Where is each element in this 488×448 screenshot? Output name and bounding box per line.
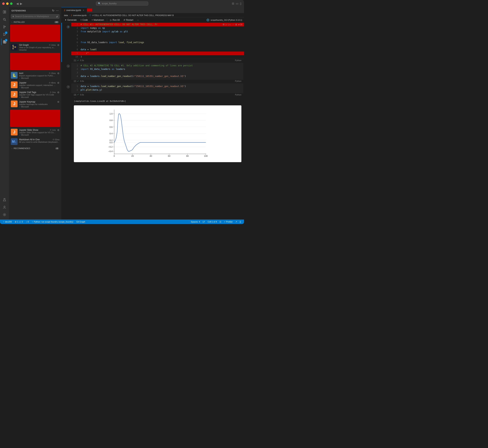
ext-gear-jupyter[interactable]: ⚙: [57, 81, 59, 84]
status-errors[interactable]: ⊘ 1 ⚠ 0: [14, 220, 24, 224]
status-cell-info[interactable]: Cell 1 of 4: [207, 221, 218, 223]
ext-info-jss: Jupyter Slide Show ⏱1ms Jupyter Slide Sh…: [19, 129, 56, 136]
search-input[interactable]: [15, 15, 55, 18]
minimize-button[interactable]: [6, 2, 8, 5]
status-sync[interactable]: ↕ 0: [25, 220, 30, 224]
status-branch[interactable]: ⑂ dev200: [2, 220, 13, 224]
ext-icon-md: M↓: [11, 138, 17, 145]
ext-gear-jct[interactable]: ⚙: [57, 91, 59, 94]
code-line-2-2: 2 import h5_data_loaders as loaders: [71, 67, 243, 71]
status-prettier[interactable]: ✓ Prettier: [223, 221, 234, 223]
tab-running[interactable]: [87, 8, 92, 12]
more-icon[interactable]: ···: [56, 9, 59, 12]
activity-search[interactable]: [1, 16, 8, 23]
status-right: Spaces: 4 LF Cell 1 of 4 ⊡ ✓ Prettier ↗ …: [190, 221, 242, 223]
cell-delete-icon[interactable]: 🗑: [235, 23, 237, 26]
ext-gear-jkm[interactable]: ⚙: [57, 101, 59, 103]
ext-banner-1: [10, 25, 60, 42]
error-icon: ⊘: [15, 221, 17, 223]
warning-icon: ⚠: [19, 221, 21, 223]
cell-3-output-toggle[interactable]: ···: [71, 96, 244, 99]
search-box[interactable]: ≡ ⊿: [11, 14, 59, 19]
sidebar-header-icons: ↻ ···: [52, 9, 59, 12]
layout-icon[interactable]: ⊟: [232, 2, 234, 5]
installed-header[interactable]: › INSTALLED 44: [9, 20, 61, 24]
breadcrumb-notebook: overview.ipynb: [73, 14, 87, 16]
verified-icon-jupyter: ✓: [19, 87, 21, 89]
status-git-graph[interactable]: Git Graph: [75, 220, 86, 224]
ext-item-markdown[interactable]: M↓ Markdown All in One ⏱53ms All you nee…: [9, 137, 61, 146]
ext-gear-isort[interactable]: ⚙: [57, 72, 59, 75]
ext-icon-jkm: J: [11, 101, 17, 107]
svg-text:80: 80: [186, 155, 189, 157]
refresh-icon[interactable]: ↻: [52, 9, 55, 12]
cell-run-above-icon[interactable]: ▷: [226, 23, 227, 26]
activity-test[interactable]: [1, 196, 8, 203]
panel-icon[interactable]: ▭: [236, 2, 238, 5]
status-braces[interactable]: {}: [239, 221, 242, 223]
svg-marker-25: [68, 26, 69, 27]
cell-3-gutter: [62, 83, 71, 89]
activity-account[interactable]: [1, 204, 8, 211]
back-icon[interactable]: ◀: [16, 2, 18, 5]
ext-gear-git-graph[interactable]: ⚙: [57, 44, 59, 47]
status-encoding[interactable]: LF: [202, 221, 206, 223]
ext-name-jss: Jupyter Slide Show: [19, 129, 38, 131]
status-bell[interactable]: ↗: [234, 221, 238, 223]
ext-banner-3: [10, 110, 60, 127]
cell-1-run-btn[interactable]: [67, 24, 70, 28]
recommended-header[interactable]: › RECOMMENDED 4: [9, 146, 61, 150]
activity-extensions[interactable]: 1: [1, 39, 8, 45]
forward-icon[interactable]: ▶: [20, 2, 22, 5]
status-outline-icon[interactable]: ⊡: [218, 221, 222, 223]
svg-marker-29: [68, 86, 69, 88]
run-all-button[interactable]: ▷ Run All: [109, 18, 121, 22]
activity-source-control[interactable]: [1, 24, 8, 30]
close-button[interactable]: [2, 2, 5, 5]
installed-label: › INSTALLED: [12, 21, 25, 23]
code-button[interactable]: + Code: [79, 18, 89, 22]
ext-item-git-graph[interactable]: Git Graph ⏱14ms View a Git Graph of your…: [9, 43, 61, 52]
sync-count: 0: [28, 221, 29, 223]
activity-run[interactable]: 1: [1, 31, 8, 38]
ext-name-jkm: Jupyter Keymap: [19, 101, 35, 103]
ext-item-jupyter-cell-tags[interactable]: J Jupyter Cell Tags ⏱2ms Jupyter Cell Ta…: [9, 90, 61, 99]
ext-name-jct: Jupyter Cell Tags: [19, 91, 36, 94]
cell-format-icon[interactable]: ⊞: [223, 23, 224, 26]
activity-explorer[interactable]: [1, 8, 8, 15]
svg-point-19: [13, 48, 14, 49]
more-button[interactable]: ···: [136, 18, 141, 22]
activity-settings[interactable]: [1, 211, 8, 218]
kernel-indicator[interactable]: scopefoundry_313 (Python 3.13.1): [207, 18, 242, 22]
status-python[interactable]: ⑂ Python: run scope foundry (scope_found…: [31, 220, 74, 224]
status-spaces[interactable]: Spaces: 4: [190, 221, 201, 223]
cell-3-run-btn[interactable]: [67, 84, 70, 89]
markdown-button[interactable]: + Markdown: [90, 18, 106, 22]
ext-item-isort[interactable]: 🐍 isort ⏱15ms Import organization suppor…: [9, 71, 61, 80]
cell-2-run-btn[interactable]: [67, 64, 70, 68]
tab-close-icon[interactable]: ×: [83, 9, 84, 12]
svg-text:60: 60: [168, 155, 171, 157]
cell-run-below-icon[interactable]: ▷↓: [229, 23, 231, 26]
ext-item-jss[interactable]: J Jupyter Slide Show ⏱1ms Jupyter Slide …: [9, 128, 61, 137]
filter-funnel-icon[interactable]: ⊿: [56, 15, 58, 18]
tab-bar: J overview.ipynb ×: [61, 7, 244, 13]
tab-overview[interactable]: J overview.ipynb ×: [61, 7, 87, 13]
generate-button[interactable]: ✦ Generate: [63, 18, 78, 22]
titlebar-search[interactable]: 🔍 scope_foundry: [96, 1, 148, 6]
ext-info-md: Markdown All in One ⏱53ms All you need t…: [19, 138, 59, 143]
cell-1-check: ✓: [77, 59, 79, 62]
svg-text:40: 40: [149, 155, 152, 157]
cell-2-lang: Python: [235, 80, 241, 82]
ext-desc-jupyter: Jupyter notebook support, interactive pr…: [19, 84, 56, 86]
svg-point-23: [207, 20, 208, 20]
maximize-button[interactable]: [10, 2, 13, 5]
sidebar-icon[interactable]: ▯: [240, 2, 241, 5]
ext-gear-jss[interactable]: ⚙: [57, 129, 59, 132]
cell-more-icon[interactable]: ···: [232, 23, 234, 26]
ext-item-jupyter-keymap[interactable]: J Jupyter Keymap Jupyter keymaps for not…: [9, 99, 61, 109]
restart-button[interactable]: ↺ Restart: [122, 18, 135, 22]
ext-item-jupyter[interactable]: J Jupyter ⏱46ms Jupyter notebook support…: [9, 80, 61, 90]
code-line-1-1: 1 # CELL #1: AUTOGENERATED CELL: DO NOT …: [71, 23, 244, 26]
verified-icon-jss: ✓: [19, 134, 21, 136]
